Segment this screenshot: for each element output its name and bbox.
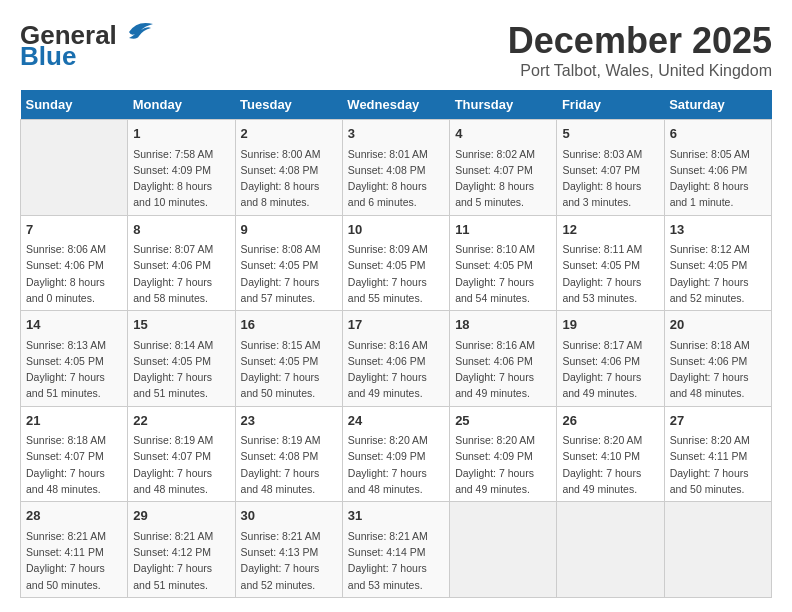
day-info: Sunrise: 8:16 AMSunset: 4:06 PMDaylight:… — [348, 337, 444, 402]
day-cell: 23Sunrise: 8:19 AMSunset: 4:08 PMDayligh… — [235, 406, 342, 502]
day-cell: 18Sunrise: 8:16 AMSunset: 4:06 PMDayligh… — [450, 311, 557, 407]
day-cell: 27Sunrise: 8:20 AMSunset: 4:11 PMDayligh… — [664, 406, 771, 502]
header-friday: Friday — [557, 90, 664, 120]
day-cell: 16Sunrise: 8:15 AMSunset: 4:05 PMDayligh… — [235, 311, 342, 407]
main-title: December 2025 — [508, 20, 772, 62]
subtitle: Port Talbot, Wales, United Kingdom — [508, 62, 772, 80]
day-cell: 4Sunrise: 8:02 AMSunset: 4:07 PMDaylight… — [450, 120, 557, 216]
day-info: Sunrise: 8:06 AMSunset: 4:06 PMDaylight:… — [26, 241, 122, 306]
day-number: 12 — [562, 220, 658, 240]
day-number: 7 — [26, 220, 122, 240]
day-number: 16 — [241, 315, 337, 335]
day-info: Sunrise: 8:21 AMSunset: 4:12 PMDaylight:… — [133, 528, 229, 593]
day-number: 11 — [455, 220, 551, 240]
day-cell: 19Sunrise: 8:17 AMSunset: 4:06 PMDayligh… — [557, 311, 664, 407]
day-info: Sunrise: 8:05 AMSunset: 4:06 PMDaylight:… — [670, 146, 766, 211]
day-number: 29 — [133, 506, 229, 526]
day-cell: 1Sunrise: 7:58 AMSunset: 4:09 PMDaylight… — [128, 120, 235, 216]
day-number: 21 — [26, 411, 122, 431]
day-info: Sunrise: 8:09 AMSunset: 4:05 PMDaylight:… — [348, 241, 444, 306]
day-cell: 12Sunrise: 8:11 AMSunset: 4:05 PMDayligh… — [557, 215, 664, 311]
day-info: Sunrise: 8:00 AMSunset: 4:08 PMDaylight:… — [241, 146, 337, 211]
day-number: 9 — [241, 220, 337, 240]
day-info: Sunrise: 8:20 AMSunset: 4:09 PMDaylight:… — [455, 432, 551, 497]
week-row-4: 21Sunrise: 8:18 AMSunset: 4:07 PMDayligh… — [21, 406, 772, 502]
day-cell: 5Sunrise: 8:03 AMSunset: 4:07 PMDaylight… — [557, 120, 664, 216]
day-number: 15 — [133, 315, 229, 335]
day-cell: 2Sunrise: 8:00 AMSunset: 4:08 PMDaylight… — [235, 120, 342, 216]
day-cell: 7Sunrise: 8:06 AMSunset: 4:06 PMDaylight… — [21, 215, 128, 311]
day-number: 26 — [562, 411, 658, 431]
header-tuesday: Tuesday — [235, 90, 342, 120]
day-cell: 30Sunrise: 8:21 AMSunset: 4:13 PMDayligh… — [235, 502, 342, 598]
day-number: 1 — [133, 124, 229, 144]
day-cell: 29Sunrise: 8:21 AMSunset: 4:12 PMDayligh… — [128, 502, 235, 598]
day-number: 17 — [348, 315, 444, 335]
day-cell: 26Sunrise: 8:20 AMSunset: 4:10 PMDayligh… — [557, 406, 664, 502]
day-info: Sunrise: 8:20 AMSunset: 4:11 PMDaylight:… — [670, 432, 766, 497]
day-cell: 15Sunrise: 8:14 AMSunset: 4:05 PMDayligh… — [128, 311, 235, 407]
day-info: Sunrise: 8:21 AMSunset: 4:14 PMDaylight:… — [348, 528, 444, 593]
day-cell: 3Sunrise: 8:01 AMSunset: 4:08 PMDaylight… — [342, 120, 449, 216]
day-cell: 11Sunrise: 8:10 AMSunset: 4:05 PMDayligh… — [450, 215, 557, 311]
day-number: 4 — [455, 124, 551, 144]
day-number: 30 — [241, 506, 337, 526]
day-cell: 28Sunrise: 8:21 AMSunset: 4:11 PMDayligh… — [21, 502, 128, 598]
day-info: Sunrise: 8:02 AMSunset: 4:07 PMDaylight:… — [455, 146, 551, 211]
header-saturday: Saturday — [664, 90, 771, 120]
day-info: Sunrise: 8:13 AMSunset: 4:05 PMDaylight:… — [26, 337, 122, 402]
day-cell: 20Sunrise: 8:18 AMSunset: 4:06 PMDayligh… — [664, 311, 771, 407]
day-info: Sunrise: 8:03 AMSunset: 4:07 PMDaylight:… — [562, 146, 658, 211]
day-info: Sunrise: 8:07 AMSunset: 4:06 PMDaylight:… — [133, 241, 229, 306]
page-header: General Blue December 2025 Port Talbot, … — [20, 20, 772, 80]
day-cell — [664, 502, 771, 598]
day-info: Sunrise: 8:12 AMSunset: 4:05 PMDaylight:… — [670, 241, 766, 306]
day-info: Sunrise: 8:15 AMSunset: 4:05 PMDaylight:… — [241, 337, 337, 402]
day-info: Sunrise: 8:08 AMSunset: 4:05 PMDaylight:… — [241, 241, 337, 306]
day-number: 31 — [348, 506, 444, 526]
header-thursday: Thursday — [450, 90, 557, 120]
header-wednesday: Wednesday — [342, 90, 449, 120]
day-cell: 22Sunrise: 8:19 AMSunset: 4:07 PMDayligh… — [128, 406, 235, 502]
calendar-table: SundayMondayTuesdayWednesdayThursdayFrid… — [20, 90, 772, 598]
day-info: Sunrise: 8:11 AMSunset: 4:05 PMDaylight:… — [562, 241, 658, 306]
header-monday: Monday — [128, 90, 235, 120]
day-info: Sunrise: 8:14 AMSunset: 4:05 PMDaylight:… — [133, 337, 229, 402]
day-number: 20 — [670, 315, 766, 335]
day-number: 28 — [26, 506, 122, 526]
day-number: 22 — [133, 411, 229, 431]
day-cell: 24Sunrise: 8:20 AMSunset: 4:09 PMDayligh… — [342, 406, 449, 502]
week-row-2: 7Sunrise: 8:06 AMSunset: 4:06 PMDaylight… — [21, 215, 772, 311]
day-cell: 8Sunrise: 8:07 AMSunset: 4:06 PMDaylight… — [128, 215, 235, 311]
day-number: 25 — [455, 411, 551, 431]
day-cell — [21, 120, 128, 216]
day-cell: 14Sunrise: 8:13 AMSunset: 4:05 PMDayligh… — [21, 311, 128, 407]
day-cell — [450, 502, 557, 598]
day-number: 18 — [455, 315, 551, 335]
day-cell — [557, 502, 664, 598]
day-cell: 6Sunrise: 8:05 AMSunset: 4:06 PMDaylight… — [664, 120, 771, 216]
day-number: 8 — [133, 220, 229, 240]
day-info: Sunrise: 8:10 AMSunset: 4:05 PMDaylight:… — [455, 241, 551, 306]
day-cell: 13Sunrise: 8:12 AMSunset: 4:05 PMDayligh… — [664, 215, 771, 311]
day-info: Sunrise: 8:18 AMSunset: 4:07 PMDaylight:… — [26, 432, 122, 497]
day-info: Sunrise: 8:16 AMSunset: 4:06 PMDaylight:… — [455, 337, 551, 402]
day-info: Sunrise: 8:20 AMSunset: 4:10 PMDaylight:… — [562, 432, 658, 497]
day-number: 10 — [348, 220, 444, 240]
day-number: 19 — [562, 315, 658, 335]
day-number: 6 — [670, 124, 766, 144]
day-number: 14 — [26, 315, 122, 335]
day-number: 13 — [670, 220, 766, 240]
day-info: Sunrise: 8:19 AMSunset: 4:08 PMDaylight:… — [241, 432, 337, 497]
day-number: 3 — [348, 124, 444, 144]
day-cell: 17Sunrise: 8:16 AMSunset: 4:06 PMDayligh… — [342, 311, 449, 407]
logo-blue: Blue — [20, 41, 76, 72]
day-cell: 10Sunrise: 8:09 AMSunset: 4:05 PMDayligh… — [342, 215, 449, 311]
day-number: 2 — [241, 124, 337, 144]
day-info: Sunrise: 8:21 AMSunset: 4:13 PMDaylight:… — [241, 528, 337, 593]
title-block: December 2025 Port Talbot, Wales, United… — [508, 20, 772, 80]
logo: General Blue — [20, 20, 155, 72]
week-row-3: 14Sunrise: 8:13 AMSunset: 4:05 PMDayligh… — [21, 311, 772, 407]
day-cell: 25Sunrise: 8:20 AMSunset: 4:09 PMDayligh… — [450, 406, 557, 502]
day-info: Sunrise: 8:01 AMSunset: 4:08 PMDaylight:… — [348, 146, 444, 211]
